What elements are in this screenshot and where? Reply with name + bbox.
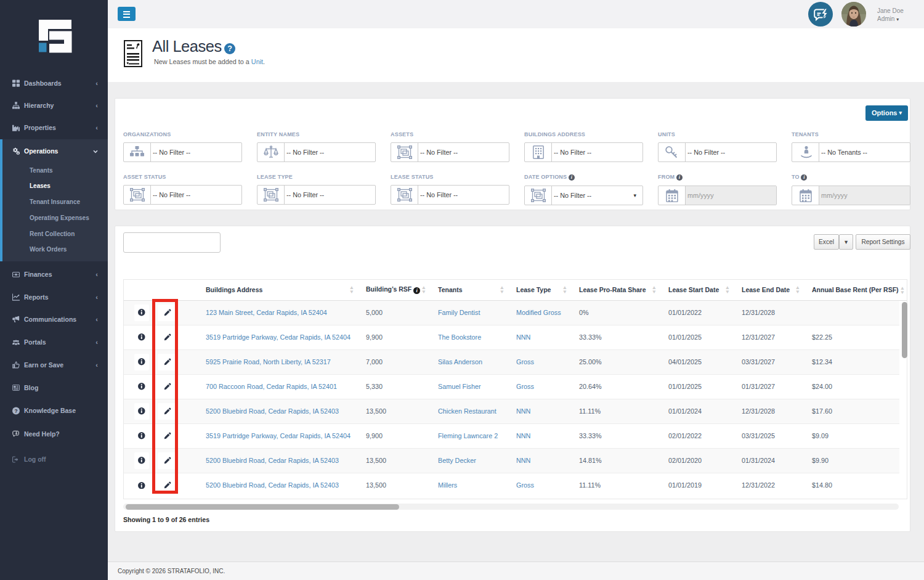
svg-text:?: ? — [14, 408, 17, 414]
